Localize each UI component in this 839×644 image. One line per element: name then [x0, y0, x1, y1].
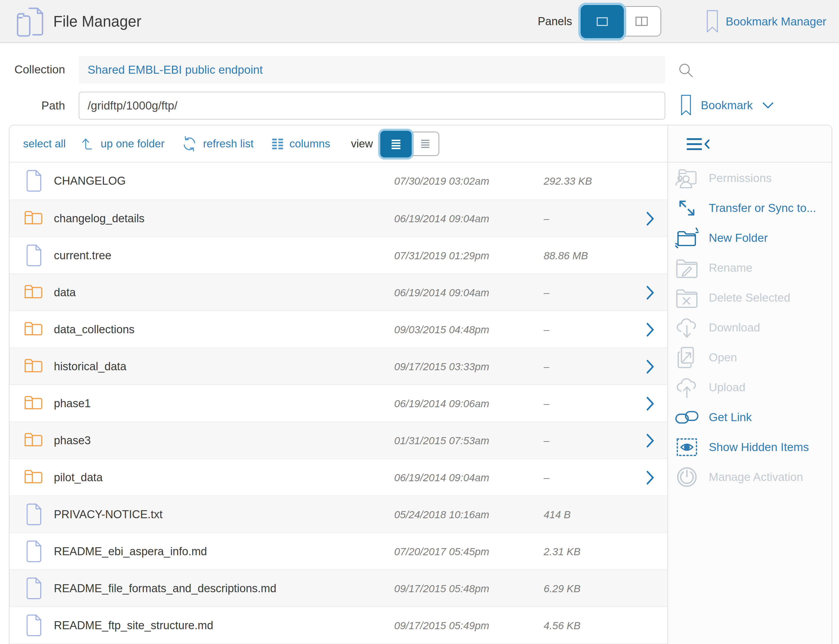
file-size: 88.86 MB: [543, 237, 588, 274]
panels-label: Panels: [538, 0, 572, 43]
file-row[interactable]: phase3 01/31/2015 07:53am –: [10, 421, 667, 458]
file-row[interactable]: CHANGELOG 07/30/2019 03:02am 292.33 KB: [10, 163, 667, 199]
file-icon: [26, 503, 42, 526]
collapse-sidebar-icon[interactable]: [686, 137, 713, 151]
actions-list: Permissions Transfer or Sync to... New F…: [668, 163, 832, 492]
file-row[interactable]: data 06/19/2014 09:04am –: [10, 273, 667, 310]
action-label: Open: [709, 351, 737, 364]
up-one-folder-icon: [80, 136, 95, 151]
main-panel: select all up one folder refresh list co…: [9, 125, 832, 644]
folder-icon: [24, 432, 43, 448]
file-row[interactable]: pilot_data 06/19/2014 09:04am –: [10, 458, 667, 495]
folder-icon: [24, 321, 43, 337]
refresh-list-button[interactable]: refresh list: [181, 125, 254, 162]
select-all-label: select all: [23, 138, 66, 150]
file-name: data: [54, 274, 76, 311]
file-modified-date: 07/30/2019 03:02am: [394, 163, 489, 199]
file-row[interactable]: README_ftp_site_structure.md 09/17/2015 …: [10, 606, 667, 643]
view-condensed-icon: [419, 138, 431, 150]
folder-icon: [24, 210, 43, 226]
view-list-button-selected[interactable]: [380, 131, 412, 158]
action-label: Manage Activation: [709, 471, 803, 484]
download-icon: [675, 316, 699, 340]
file-modified-date: 06/19/2014 09:04am: [394, 459, 489, 496]
chevron-down-icon: [762, 101, 774, 110]
transfer-sync-icon: [675, 197, 698, 220]
file-name: CHANGELOG: [54, 163, 126, 199]
path-input[interactable]: /gridftp/1000g/ftp/: [79, 92, 665, 120]
file-manager-logo-icon: [15, 5, 49, 38]
action-get-link[interactable]: Get Link: [668, 402, 832, 432]
bookmark-ribbon-icon: [706, 10, 719, 34]
panels-dual-button[interactable]: [623, 7, 660, 36]
action-new-folder[interactable]: New Folder: [668, 223, 832, 253]
up-one-folder-label: up one folder: [101, 138, 164, 150]
file-row[interactable]: data_collections 09/03/2015 04:48pm –: [10, 310, 667, 347]
panels-single-button-selected[interactable]: [581, 5, 624, 38]
collection-input[interactable]: Shared EMBL-EBI public endpoint: [79, 56, 665, 84]
view-toggle: [381, 132, 439, 156]
chevron-right-icon[interactable]: [645, 322, 655, 337]
action-label: Permissions: [709, 172, 772, 185]
action-rename[interactable]: Rename: [668, 253, 832, 283]
chevron-right-icon[interactable]: [645, 470, 655, 485]
open-icon: [676, 346, 698, 370]
delete-icon: [675, 287, 699, 309]
file-name: changelog_details: [54, 200, 144, 237]
action-download[interactable]: Download: [668, 312, 832, 342]
select-all-button[interactable]: select all: [23, 125, 66, 162]
file-name: README_ebi_aspera_info.md: [54, 533, 207, 570]
file-modified-date: 09/17/2015 03:33pm: [394, 348, 489, 385]
file-row[interactable]: changelog_details 06/19/2014 09:04am –: [10, 199, 667, 237]
sidebar-header: [668, 125, 832, 163]
file-size: –: [543, 348, 549, 385]
chevron-right-icon[interactable]: [645, 396, 655, 411]
file-row[interactable]: historical_data 09/17/2015 03:33pm –: [10, 347, 667, 384]
file-name: README_file_formats_and_descriptions.md: [54, 570, 276, 607]
action-manage-activation[interactable]: Manage Activation: [668, 462, 832, 492]
file-size: –: [543, 422, 549, 459]
file-row[interactable]: README_ebi_aspera_info.md 07/20/2017 05:…: [10, 532, 667, 569]
file-modified-date: 06/19/2014 09:06am: [394, 385, 489, 422]
file-name: README_ftp_site_structure.md: [54, 607, 213, 644]
bookmark-icon: [680, 94, 692, 117]
rename-icon: [675, 257, 699, 279]
action-transfer-or-sync[interactable]: Transfer or Sync to...: [668, 193, 832, 223]
action-open[interactable]: Open: [668, 342, 832, 372]
action-show-hidden-items[interactable]: Show Hidden Items: [668, 432, 832, 462]
chevron-right-icon[interactable]: [645, 359, 655, 374]
file-icon: [26, 577, 42, 600]
file-row[interactable]: PRIVACY-NOTICE.txt 05/24/2018 10:16am 41…: [10, 495, 667, 532]
manage-activation-icon: [675, 465, 698, 489]
permissions-icon: [675, 167, 699, 190]
chevron-right-icon[interactable]: [645, 211, 655, 226]
action-permissions[interactable]: Permissions: [668, 163, 832, 193]
up-one-folder-button[interactable]: up one folder: [80, 125, 164, 162]
bookmark-manager-link[interactable]: Bookmark Manager: [706, 0, 826, 43]
folder-icon: [24, 469, 43, 485]
file-modified-date: 06/19/2014 09:04am: [394, 274, 489, 311]
columns-button[interactable]: columns: [271, 125, 330, 162]
chevron-right-icon[interactable]: [645, 285, 655, 300]
search-icon: [677, 62, 695, 79]
search-button[interactable]: [677, 62, 695, 79]
view-condensed-button[interactable]: [412, 132, 438, 155]
file-size: 414 B: [543, 496, 571, 533]
action-upload[interactable]: Upload: [668, 372, 832, 402]
view-label: view: [351, 125, 373, 162]
show-hidden-icon: [675, 436, 698, 458]
file-row[interactable]: current.tree 07/31/2019 01:29pm 88.86 MB: [10, 237, 667, 273]
file-modified-date: 01/31/2015 07:53am: [394, 422, 489, 459]
columns-icon: [271, 137, 284, 150]
get-link-icon: [675, 409, 699, 426]
action-delete-selected[interactable]: Delete Selected: [668, 283, 832, 312]
file-row[interactable]: phase1 06/19/2014 09:06am –: [10, 384, 667, 421]
file-size: –: [543, 311, 549, 348]
action-label: Transfer or Sync to...: [709, 202, 816, 215]
file-row[interactable]: README_file_formats_and_descriptions.md …: [10, 569, 667, 606]
chevron-right-icon[interactable]: [645, 433, 655, 448]
file-size: –: [543, 385, 549, 422]
panels-dual-icon: [634, 15, 650, 28]
bookmark-dropdown[interactable]: Bookmark: [680, 92, 774, 119]
file-size: –: [543, 200, 549, 237]
